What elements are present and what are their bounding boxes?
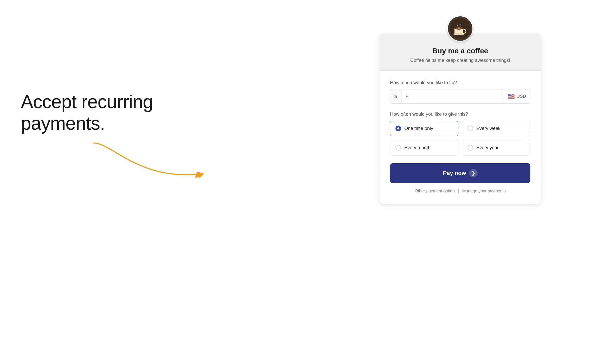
option-one-time-label: One time only	[404, 126, 433, 131]
tip-amount-input[interactable]	[401, 90, 503, 103]
avatar-container	[380, 16, 541, 42]
frequency-grid: One time only Every week Every month Eve…	[390, 121, 530, 155]
radio-every-week	[467, 126, 473, 131]
pay-now-button[interactable]: Pay now ❯	[390, 163, 530, 183]
option-every-year-label: Every year	[476, 145, 499, 151]
arrow-decoration	[86, 138, 211, 195]
card-subtitle: Coffee helps me keep creating awesome th…	[390, 58, 530, 63]
tagline-text: Accept recurring payments.	[21, 91, 203, 134]
option-every-year[interactable]: Every year	[462, 140, 530, 155]
other-payment-link[interactable]: Other payment option	[415, 189, 455, 193]
card-body: How much would you like to tip? $ 🇺🇸 USD…	[380, 71, 541, 204]
pay-chevron-icon: ❯	[469, 169, 478, 177]
option-every-month[interactable]: Every month	[390, 140, 458, 155]
currency-code: USD	[517, 94, 526, 99]
manage-payments-link[interactable]: Manage your payments	[462, 189, 506, 193]
currency-selector[interactable]: 🇺🇸 USD	[503, 89, 530, 103]
payment-card-wrapper: Buy me a coffee Coffee helps me keep cre…	[380, 16, 541, 204]
option-every-week-label: Every week	[476, 126, 500, 131]
tip-input-row: $ 🇺🇸 USD	[390, 89, 530, 104]
tagline-section: Accept recurring payments.	[21, 91, 203, 134]
card-title: Buy me a coffee	[390, 47, 530, 55]
currency-symbol: $	[390, 90, 401, 103]
radio-every-month	[395, 145, 401, 151]
tip-label: How much would you like to tip?	[390, 80, 530, 86]
option-every-month-label: Every month	[404, 145, 431, 151]
option-one-time[interactable]: One time only	[390, 121, 458, 136]
avatar	[447, 16, 473, 42]
us-flag-icon: 🇺🇸	[508, 93, 515, 100]
svg-point-4	[453, 33, 465, 35]
payment-card: Buy me a coffee Coffee helps me keep cre…	[380, 34, 541, 204]
pay-now-label: Pay now	[443, 170, 466, 177]
coffee-icon	[450, 18, 471, 39]
card-footer: Other payment option | Manage your payme…	[390, 189, 530, 193]
footer-separator: |	[458, 189, 459, 193]
frequency-label: How often would you like to give this?	[390, 112, 530, 117]
radio-every-year	[467, 145, 473, 151]
option-every-week[interactable]: Every week	[462, 121, 530, 136]
radio-one-time	[395, 126, 401, 131]
